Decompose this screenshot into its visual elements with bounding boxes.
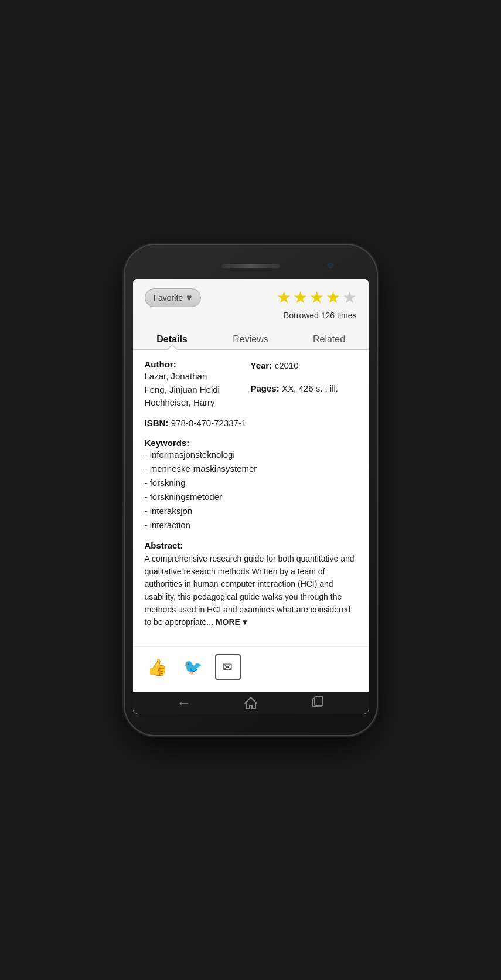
bottom-nav-bar: ← (133, 692, 369, 714)
like-button[interactable]: 👍 (145, 654, 171, 680)
svg-marker-0 (245, 697, 257, 709)
keyword-6: - interaction (145, 518, 357, 532)
author-line-2: Feng, Jinjuan Heidi (145, 383, 251, 397)
year-label: Year: (251, 360, 272, 370)
phone-top-hardware (133, 256, 369, 277)
front-camera (328, 263, 333, 268)
mail-button[interactable]: ✉ (215, 654, 241, 680)
tab-reviews[interactable]: Reviews (212, 327, 290, 349)
borrowed-text: Borrowed 126 times (145, 311, 357, 320)
star-3[interactable]: ★ (309, 290, 324, 306)
isbn-label: ISBN: (145, 418, 169, 428)
abstract-text: A comprehensive research guide for both … (145, 553, 357, 629)
recents-button[interactable] (303, 692, 332, 713)
author-section: Author: Lazar, Jonathan Feng, Jinjuan He… (145, 359, 251, 410)
more-button[interactable]: MORE ▾ (216, 617, 247, 627)
pages-row: Pages: XX, 426 s. : ill. (251, 382, 357, 396)
favorite-label: Favorite (154, 293, 183, 302)
isbn-row: ISBN: 978-0-470-72337-1 (145, 417, 357, 430)
tabs-bar: Details Reviews Related (133, 327, 369, 350)
tab-details[interactable]: Details (133, 327, 212, 349)
abstract-section: Abstract: A comprehensive research guide… (145, 540, 357, 629)
svg-rect-2 (315, 697, 323, 705)
author-year-grid: Author: Lazar, Jonathan Feng, Jinjuan He… (145, 359, 357, 410)
top-row: Favorite ♥ ★ ★ ★ ★ ★ (145, 288, 357, 307)
home-icon (244, 696, 258, 709)
recents-icon (311, 696, 325, 709)
back-button[interactable]: ← (169, 692, 199, 713)
app-content: Favorite ♥ ★ ★ ★ ★ ★ Borrowed 126 times (133, 279, 369, 714)
star-5[interactable]: ★ (342, 290, 357, 306)
details-content: Author: Lazar, Jonathan Feng, Jinjuan He… (133, 350, 369, 646)
twitter-icon: 🐦 (183, 658, 202, 676)
mail-icon: ✉ (223, 660, 233, 674)
star-2[interactable]: ★ (293, 290, 308, 306)
thumbs-up-icon: 👍 (147, 658, 168, 677)
abstract-label: Abstract: (145, 540, 357, 550)
phone-device: Favorite ♥ ★ ★ ★ ★ ★ Borrowed 126 times (125, 245, 377, 735)
keyword-3: - forskning (145, 476, 357, 490)
keywords-label: Keywords: (145, 438, 357, 448)
pages-value: XX, 426 s. : ill. (282, 383, 338, 393)
favorite-button[interactable]: Favorite ♥ (145, 288, 201, 307)
keyword-2: - menneske-maskinsystemer (145, 462, 357, 476)
keyword-5: - interaksjon (145, 504, 357, 518)
twitter-button[interactable]: 🐦 (180, 654, 206, 680)
keyword-1: - informasjonsteknologi (145, 448, 357, 462)
back-icon: ← (177, 695, 191, 711)
star-4[interactable]: ★ (326, 290, 340, 306)
tab-related[interactable]: Related (290, 327, 369, 349)
home-button[interactable] (236, 692, 265, 713)
pages-label: Pages: (251, 383, 280, 393)
star-1[interactable]: ★ (277, 290, 291, 306)
isbn-value: 978-0-470-72337-1 (171, 418, 246, 428)
keywords-section: Keywords: - informasjonsteknologi - menn… (145, 438, 357, 532)
year-pages-section: Year: c2010 Pages: XX, 426 s. : ill. (251, 359, 357, 410)
phone-bottom-hardware (133, 716, 369, 724)
heart-icon: ♥ (186, 292, 192, 303)
keyword-4: - forskningsmetoder (145, 490, 357, 504)
author-label: Author: (145, 359, 176, 369)
phone-screen: Favorite ♥ ★ ★ ★ ★ ★ Borrowed 126 times (133, 279, 369, 714)
speaker-grille (221, 264, 280, 268)
bottom-actions: 👍 🐦 ✉ (133, 646, 369, 689)
year-row: Year: c2010 (251, 359, 357, 373)
year-value: c2010 (275, 360, 299, 370)
stars-row: ★ ★ ★ ★ ★ (277, 290, 357, 306)
author-line-3: Hochheiser, Harry (145, 396, 251, 410)
author-line-1: Lazar, Jonathan (145, 370, 251, 383)
top-section: Favorite ♥ ★ ★ ★ ★ ★ Borrowed 126 times (133, 279, 369, 327)
